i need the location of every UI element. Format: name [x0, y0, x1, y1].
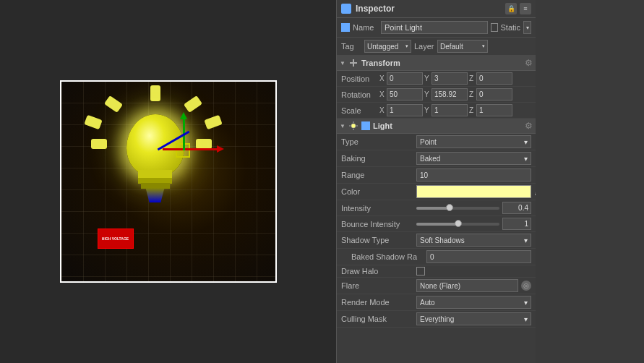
intensity-value[interactable]: [502, 202, 531, 214]
position-y-label: Y: [424, 74, 430, 82]
layer-dropdown-arrow: ▾: [482, 43, 485, 49]
light-enabled-checkbox[interactable]: [361, 121, 370, 130]
hv-sign: HIGH VOLTAGE: [98, 229, 134, 249]
culling-mask-dropdown[interactable]: Everything ▾: [416, 312, 531, 325]
tag-dropdown[interactable]: Untagged ▾: [364, 40, 411, 53]
baked-shadow-row: Baked Shadow Ra: [337, 249, 536, 265]
culling-mask-label: Culling Mask: [341, 315, 413, 323]
position-x-label: X: [379, 74, 385, 82]
position-axis-group: X Y Z: [379, 72, 531, 85]
inspector-title: Inspector: [356, 4, 501, 14]
bounce-slider-thumb[interactable]: [455, 220, 462, 227]
shadow-type-label: Shadow Type: [341, 236, 413, 244]
active-checkbox[interactable]: [341, 23, 350, 32]
transform-gear-icon[interactable]: ⚙: [525, 58, 533, 68]
baking-row: Baking Baked ▾: [337, 150, 536, 167]
light-section-header[interactable]: ▼ Light ⚙: [337, 119, 536, 134]
scale-x-label: X: [379, 106, 385, 114]
scale-z-label: Z: [469, 106, 475, 114]
name-input[interactable]: [381, 21, 488, 34]
range-input[interactable]: [416, 168, 531, 182]
baked-shadow-label: Baked Shadow Ra: [351, 252, 424, 261]
static-dropdown[interactable]: ▾: [523, 21, 531, 34]
ray-top: [150, 85, 160, 101]
bulb-container: [101, 96, 231, 241]
rotation-x-input[interactable]: [387, 88, 423, 101]
flare-label: Flare: [341, 281, 413, 290]
ray-left: [91, 139, 107, 149]
flare-target-icon[interactable]: ◎: [521, 281, 531, 291]
bulb-scene: HIGH VOLTAGE: [61, 82, 275, 281]
baking-label: Baking: [341, 154, 413, 163]
shadow-type-dropdown[interactable]: Soft Shadows ▾: [416, 234, 531, 247]
position-z-input[interactable]: [476, 72, 512, 85]
layer-dropdown[interactable]: Default ▾: [437, 40, 488, 53]
rotation-axis-group: X Y Z: [379, 88, 531, 101]
scale-y-input[interactable]: [432, 104, 468, 116]
static-checkbox[interactable]: [491, 23, 498, 32]
light-gear-icon[interactable]: ⚙: [525, 121, 533, 131]
lock-icon[interactable]: 🔒: [505, 3, 517, 14]
tag-label: Tag: [341, 42, 361, 51]
range-label: Range: [341, 171, 413, 179]
main-container: HIGH VOLTAGE Inspector 🔒 ≡ Name Static ▾: [0, 0, 644, 363]
scale-label: Scale: [341, 106, 377, 115]
culling-mask-dropdown-arrow: ▾: [524, 315, 528, 323]
baking-dropdown[interactable]: Baked ▾: [416, 152, 531, 165]
baking-dropdown-arrow: ▾: [524, 155, 528, 163]
color-label: Color: [341, 187, 413, 196]
transform-x-handle: [163, 148, 220, 150]
type-label: Type: [341, 137, 413, 146]
bounce-slider-track[interactable]: [416, 223, 499, 226]
color-row: Color 🖊: [337, 184, 536, 200]
light-icon: [348, 121, 359, 131]
type-dropdown-arrow: ▾: [524, 138, 528, 146]
light-arrow-icon: ▼: [340, 123, 345, 129]
inspector-header: Inspector 🔒 ≡: [337, 0, 536, 18]
inspector-panel: Inspector 🔒 ≡ Name Static ▾ Tag Untagged…: [336, 0, 536, 363]
position-label: Position: [341, 74, 377, 83]
menu-icon[interactable]: ≡: [520, 3, 531, 14]
scene-viewport: HIGH VOLTAGE: [60, 80, 277, 283]
rotation-z-input[interactable]: [476, 88, 512, 101]
scale-y-label: Y: [424, 106, 430, 114]
intensity-row: Intensity: [337, 200, 536, 216]
scale-z-input[interactable]: [476, 104, 512, 116]
render-mode-row: Render Mode Auto ▾: [337, 294, 536, 311]
baked-shadow-input[interactable]: [426, 250, 531, 263]
intensity-slider-thumb[interactable]: [446, 204, 453, 211]
render-mode-dropdown[interactable]: Auto ▾: [416, 296, 531, 309]
culling-mask-row: Culling Mask Everything ▾: [337, 311, 536, 328]
position-y-input[interactable]: [432, 72, 468, 85]
transform-arrow-icon: ▼: [340, 60, 345, 67]
bounce-value[interactable]: [502, 218, 531, 230]
scale-x-input[interactable]: [387, 104, 423, 116]
position-x-input[interactable]: [387, 72, 423, 85]
ray-topright: [183, 95, 202, 113]
shadow-type-row: Shadow Type Soft Shadows ▾: [337, 232, 536, 249]
svg-point-2: [351, 124, 356, 128]
color-swatch[interactable]: [416, 185, 531, 198]
bulb-tip: [146, 188, 165, 202]
bulb-neck2: [141, 183, 170, 189]
shadow-type-dropdown-arrow: ▾: [524, 236, 528, 244]
intensity-label: Intensity: [341, 204, 413, 213]
draw-halo-checkbox[interactable]: [416, 267, 425, 276]
rotation-z-label: Z: [469, 90, 475, 98]
intensity-slider-track[interactable]: [416, 207, 499, 210]
bounce-intensity-row: Bounce Intensity: [337, 216, 536, 232]
svg-rect-1: [353, 59, 354, 67]
rotation-y-input[interactable]: [432, 88, 468, 101]
scale-axis-group: X Y Z: [379, 104, 531, 116]
draw-halo-label: Draw Halo: [341, 267, 413, 276]
rotation-label: Rotation: [341, 90, 377, 99]
render-mode-label: Render Mode: [341, 298, 413, 307]
position-row: Position X Y Z: [337, 71, 536, 87]
color-picker-icon[interactable]: 🖊: [533, 185, 536, 198]
transform-title: Transform: [361, 59, 522, 67]
bounce-slider-fill: [416, 223, 458, 226]
type-dropdown[interactable]: Point ▾: [416, 135, 531, 148]
flare-dropdown[interactable]: None (Flare): [416, 279, 518, 292]
transform-section-header[interactable]: ▼ Transform ⚙: [337, 56, 536, 71]
type-row: Type Point ▾: [337, 134, 536, 150]
